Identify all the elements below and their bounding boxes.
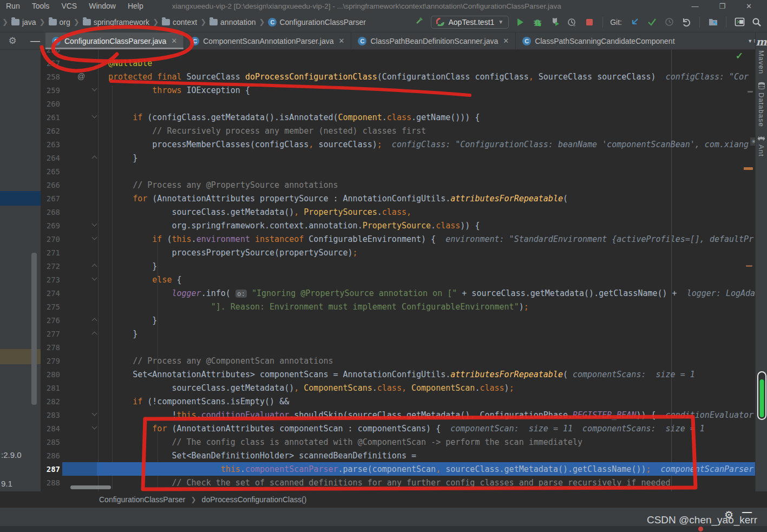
code-text[interactable]: Set<BeanDefinitionHolder> scannedBeanDef… [97,451,755,461]
line-number[interactable]: 270 [41,235,62,244]
tab-configuration-class-parser[interactable]: C ConfigurationClassParser.java ✕ [45,32,184,49]
history-icon[interactable] [663,16,675,28]
breadcrumb-class[interactable]: CConfigurationClassParser [267,18,367,27]
code-text[interactable]: !this.conditionEvaluator.shouldSkip(sour… [97,410,755,420]
git-update-icon[interactable] [628,16,640,28]
minimize-button[interactable]: — [691,2,698,10]
code-line-283[interactable]: 283 !this.conditionEvaluator.shouldSkip(… [41,408,755,422]
breadcrumb-class[interactable]: ConfigurationClassParser [99,495,186,504]
code-line-287[interactable]: 287 this.componentScanParser.parse(compo… [41,462,755,476]
profiler-button[interactable] [566,16,578,28]
stop-button[interactable] [584,16,595,28]
code-line-286[interactable]: 286 Set<BeanDefinitionHolder> scannedBea… [41,449,755,462]
line-number[interactable]: 282 [41,397,62,406]
close-button[interactable]: ✕ [746,2,752,10]
code-line-273[interactable]: 273 else { [41,273,755,286]
code-line-256[interactable]: 256 [41,50,755,56]
line-number[interactable]: 279 [41,357,62,365]
terminal-icon[interactable] [733,16,745,28]
code-line-264[interactable]: 264 } [41,151,755,165]
code-line-271[interactable]: 271 processPropertySource(propertySource… [41,246,755,259]
code-line-275[interactable]: 275 "]. Reason: Environment must impleme… [41,300,755,313]
close-tab-icon[interactable]: ✕ [503,37,509,45]
line-number[interactable]: 278 [41,343,62,352]
breadcrumb-annotation[interactable]: annotation [208,18,257,27]
git-commit-icon[interactable] [646,16,658,28]
line-number[interactable]: 285 [41,438,62,446]
tool-window-maven[interactable]: m Maven [756,36,766,74]
gear-icon[interactable]: ⚙ [0,32,25,49]
close-tab-icon[interactable]: ✕ [339,37,345,45]
tab-class-path-scanning-candidate-component[interactable]: C ClassPathScanningCandidateComponent [516,32,681,49]
code-text[interactable]: } [97,316,755,325]
breadcrumb-method[interactable]: doProcessConfigurationClass() [202,495,307,504]
code-text[interactable]: @Nullable [97,58,755,68]
code-text[interactable]: for (AnnotationAttributes componentScan … [97,424,755,434]
code-line-265[interactable]: 265 [41,165,755,178]
hide-panel-icon[interactable]: — [25,32,45,49]
menu-tools[interactable]: Tools [26,2,56,10]
debug-button[interactable] [532,16,543,28]
line-number[interactable]: 267 [41,194,62,203]
code-text[interactable]: } [97,329,755,339]
code-line-259[interactable]: 259 throws IOException { [41,83,755,97]
menu-vcs[interactable]: VCS [55,2,83,10]
line-number[interactable]: 288 [41,478,62,487]
menu-help[interactable]: Help [122,2,149,10]
line-number[interactable]: 259 [41,86,62,95]
code-text[interactable]: if (configClass.getMetadata().isAnnotate… [97,113,755,122]
line-number[interactable]: 264 [41,154,62,162]
code-line-268[interactable]: 268 sourceClass.getMetadata(), PropertyS… [41,205,755,219]
line-number[interactable]: 276 [41,316,62,325]
code-line-274[interactable]: 274 logger.info( o: "Ignoring @PropertyS… [41,286,755,300]
code-text[interactable]: if (this.environment instanceof Configur… [97,234,755,244]
line-number[interactable]: 273 [41,275,62,284]
code-line-278[interactable]: 278 [41,340,755,354]
breadcrumb-springframework[interactable]: springframework [82,18,150,27]
code-text[interactable]: processMemberClasses(configClass, source… [97,140,755,149]
line-number[interactable]: 275 [41,303,62,311]
line-number[interactable]: 262 [41,127,62,135]
line-number[interactable]: 272 [41,262,62,271]
code-editor[interactable]: 256257 @Nullable258 protected final Sour… [41,50,755,491]
code-text[interactable]: // The config class is annotated with @C… [97,437,755,447]
code-text[interactable]: sourceClass.getMetadata(), ComponentScan… [97,383,755,393]
code-text[interactable]: "]. Reason: Environment must implement C… [97,302,755,312]
build-hammer-icon[interactable] [414,16,425,28]
code-text[interactable]: processPropertySource(propertySource); [97,248,755,258]
line-number[interactable]: 274 [41,289,62,298]
code-line-279[interactable]: 279 // Process any @ComponentScan annota… [41,354,755,367]
code-text[interactable]: for (AnnotationAttributes propertySource… [97,194,755,203]
inspections-ok-icon[interactable]: ✓ [736,50,743,62]
code-text[interactable]: org.springframework.context.annotation.P… [97,221,755,231]
code-line-270[interactable]: 270 if (this.environment instanceof Conf… [41,232,755,246]
rollback-icon[interactable] [680,16,692,28]
code-text[interactable]: throws IOException { [97,86,755,95]
code-text[interactable]: this.componentScanParser.parse(component… [97,464,755,474]
code-text[interactable]: // Check the set of scanned definitions … [97,478,755,488]
line-number[interactable]: 287 [41,465,62,474]
line-number[interactable]: 260 [41,100,62,108]
line-number[interactable]: 281 [41,384,62,392]
menu-run[interactable]: Run [0,2,26,10]
code-line-276[interactable]: 276 } [41,313,755,327]
code-line-277[interactable]: 277 } [41,327,755,340]
code-text[interactable]: // Process any @PropertySource annotatio… [97,180,755,190]
line-number[interactable]: 286 [41,451,62,460]
code-line-269[interactable]: 269 org.springframework.context.annotati… [41,219,755,232]
code-line-266[interactable]: 266 // Process any @PropertySource annot… [41,178,755,192]
breadcrumb-java[interactable]: java [10,18,37,27]
code-line-267[interactable]: 267 for (AnnotationAttributes propertySo… [41,192,755,205]
line-number[interactable]: 280 [41,370,62,379]
code-text[interactable]: Set<AnnotationAttributes> componentScans… [97,370,755,379]
line-number[interactable]: 277 [41,330,62,338]
run-configuration-select[interactable]: AopTest.test1 ▼ [431,16,509,29]
code-text[interactable]: // Recursively process any member (neste… [97,126,755,136]
code-text[interactable]: } [97,261,755,271]
maximize-button[interactable]: ❐ [719,2,725,10]
line-number[interactable]: 256 [41,50,62,54]
code-line-263[interactable]: 263 processMemberClasses(configClass, so… [41,137,755,151]
code-text[interactable]: } [97,153,755,163]
code-line-262[interactable]: 262 // Recursively process any member (n… [41,124,755,137]
code-text[interactable]: else { [97,275,755,285]
